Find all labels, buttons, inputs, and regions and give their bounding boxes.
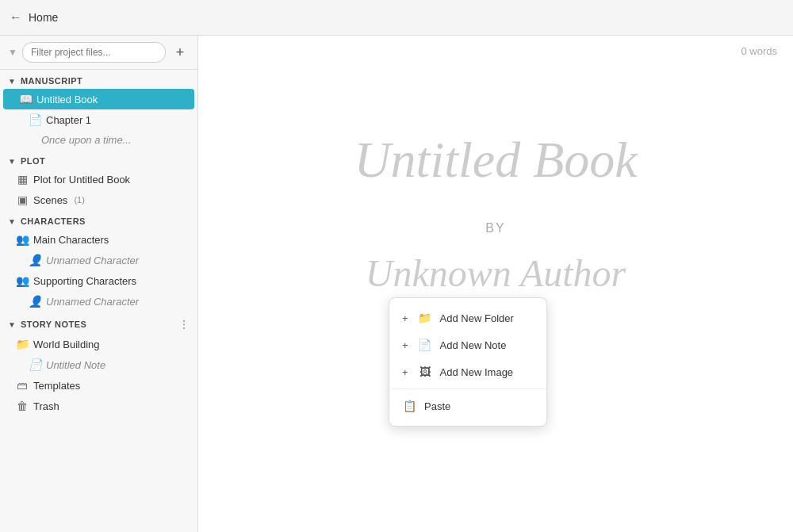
book-icon: 📖 [19, 93, 32, 105]
unnamed-char1-icon: 👤 [29, 254, 41, 266]
plot-section-header[interactable]: ▼ PLOT [0, 150, 197, 169]
back-button[interactable]: ← [10, 10, 22, 25]
manuscript-section-header[interactable]: ▼ MANUSCRIPT [0, 70, 197, 89]
sidebar-item-plot[interactable]: ▦ Plot for Untitled Book [0, 169, 197, 189]
book-title-display: Untitled Book [354, 131, 637, 189]
sidebar-item-untitled-book[interactable]: 📖 Untitled Book [3, 89, 194, 109]
sidebar-item-trash[interactable]: 🗑 Trash [0, 396, 197, 416]
sidebar-item-untitled-note[interactable]: 📄 Untitled Note [0, 354, 197, 375]
add-folder-plus-icon: + [402, 312, 408, 324]
top-bar: ← Home [0, 0, 793, 36]
filter-input[interactable] [22, 42, 166, 63]
supporting-chars-icon: 👥 [16, 274, 29, 287]
world-building-label: World Building [33, 339, 100, 350]
add-image-label: Add New Image [440, 366, 514, 378]
paste-label: Paste [424, 400, 450, 412]
add-folder-menu-item[interactable]: + 📁 Add New Folder [389, 304, 546, 331]
plot-label: PLOT [21, 156, 45, 166]
add-folder-label: Add New Folder [440, 312, 514, 324]
image-icon: 🖼 [418, 366, 432, 378]
scenes-badge: (1) [74, 195, 84, 205]
untitled-book-label: Untitled Book [36, 94, 98, 105]
scenes-label: Scenes [33, 194, 67, 206]
sidebar-toolbar: ▼ + [0, 36, 197, 70]
story-notes-more-button[interactable]: ⋮ [178, 318, 190, 331]
sidebar-item-supporting-characters[interactable]: 👥 Supporting Characters [0, 270, 197, 291]
sidebar-item-main-characters[interactable]: 👥 Main Characters [0, 229, 197, 250]
story-notes-caret: ▼ [8, 320, 16, 329]
filter-icon: ▼ [8, 47, 17, 58]
once-upon-label: Once upon a time... [41, 134, 131, 146]
sidebar-item-templates[interactable]: 🗃 Templates [0, 375, 197, 396]
main-content: 0 words Untitled Book BY Unknown Author … [198, 36, 793, 532]
by-label: BY [485, 221, 505, 235]
trash-label: Trash [33, 400, 59, 412]
manuscript-caret: ▼ [8, 77, 16, 86]
chapter1-label: Chapter 1 [46, 114, 91, 126]
chapter-icon: 📄 [29, 113, 41, 126]
untitled-note-icon: 📄 [29, 358, 41, 371]
world-building-icon: 📁 [16, 338, 29, 350]
home-label: Home [29, 11, 58, 24]
trash-icon: 🗑 [16, 400, 29, 412]
sidebar-item-unnamed-char-1[interactable]: 👤 Unnamed Character [0, 250, 197, 270]
unnamed-char2-icon: 👤 [29, 295, 41, 308]
add-note-menu-item[interactable]: + 📄 Add New Note [389, 331, 546, 358]
plot-book-label: Plot for Untitled Book [33, 174, 130, 186]
templates-icon: 🗃 [16, 379, 29, 392]
plot-caret: ▼ [8, 157, 16, 166]
unnamed-char2-label: Unnamed Character [46, 296, 139, 308]
sidebar-item-scenes[interactable]: ▣ Scenes (1) [0, 189, 197, 210]
context-menu-divider [389, 388, 546, 389]
main-chars-label: Main Characters [33, 234, 109, 246]
unnamed-char1-label: Unnamed Character [46, 255, 139, 266]
paste-menu-item[interactable]: 📋 Paste [389, 392, 546, 419]
story-notes-section-header[interactable]: ▼ STORY NOTES ⋮ [0, 312, 197, 334]
main-chars-icon: 👥 [16, 233, 29, 246]
scenes-icon: ▣ [16, 193, 29, 206]
sidebar: ▼ + ▼ MANUSCRIPT 📖 Untitled Book 📄 Chapt… [0, 36, 198, 532]
characters-caret: ▼ [8, 217, 16, 226]
characters-section-header[interactable]: ▼ CHARACTERS [0, 210, 197, 229]
context-menu: + 📁 Add New Folder + 📄 Add New Note + 🖼 … [389, 297, 547, 427]
sidebar-item-once-upon[interactable]: Once upon a time... [0, 130, 197, 150]
add-file-button[interactable]: + [170, 43, 190, 62]
add-note-plus-icon: + [402, 339, 408, 351]
sidebar-item-chapter1[interactable]: 📄 Chapter 1 [0, 109, 197, 130]
sidebar-item-unnamed-char-2[interactable]: 👤 Unnamed Character [0, 291, 197, 312]
note-icon: 📄 [418, 339, 432, 351]
author-display: Unknown Author [366, 251, 626, 295]
plot-icon: ▦ [16, 173, 29, 186]
add-image-menu-item[interactable]: + 🖼 Add New Image [389, 358, 546, 385]
paste-icon: 📋 [402, 400, 416, 412]
story-notes-label: STORY NOTES [21, 320, 87, 329]
add-note-label: Add New Note [440, 339, 507, 351]
main-layout: ▼ + ▼ MANUSCRIPT 📖 Untitled Book 📄 Chapt… [0, 36, 793, 532]
supporting-chars-label: Supporting Characters [33, 275, 136, 287]
add-image-plus-icon: + [402, 366, 408, 378]
folder-icon: 📁 [418, 312, 432, 324]
untitled-note-label: Untitled Note [46, 359, 105, 371]
manuscript-label: MANUSCRIPT [21, 76, 82, 86]
editor-area: 0 words Untitled Book BY Unknown Author [198, 36, 793, 532]
sidebar-item-world-building[interactable]: 📁 World Building [0, 334, 197, 354]
word-count: 0 words [741, 45, 777, 57]
templates-label: Templates [33, 380, 80, 392]
characters-label: CHARACTERS [21, 216, 86, 226]
